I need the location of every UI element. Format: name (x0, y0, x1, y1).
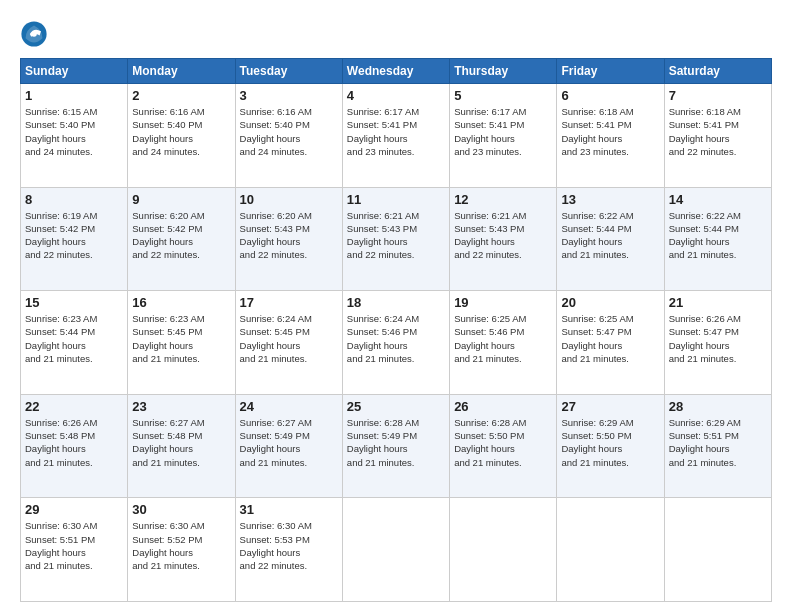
day-number: 16 (132, 295, 230, 310)
day-header-monday: Monday (128, 59, 235, 84)
day-info: Sunrise: 6:24 AMSunset: 5:45 PMDaylight … (240, 312, 338, 365)
page: SundayMondayTuesdayWednesdayThursdayFrid… (0, 0, 792, 612)
calendar-week-row: 29Sunrise: 6:30 AMSunset: 5:51 PMDayligh… (21, 498, 772, 602)
calendar-cell: 3Sunrise: 6:16 AMSunset: 5:40 PMDaylight… (235, 84, 342, 188)
calendar-cell: 25Sunrise: 6:28 AMSunset: 5:49 PMDayligh… (342, 394, 449, 498)
calendar-cell: 12Sunrise: 6:21 AMSunset: 5:43 PMDayligh… (450, 187, 557, 291)
calendar-cell: 7Sunrise: 6:18 AMSunset: 5:41 PMDaylight… (664, 84, 771, 188)
day-info: Sunrise: 6:30 AMSunset: 5:52 PMDaylight … (132, 519, 230, 572)
calendar-cell: 13Sunrise: 6:22 AMSunset: 5:44 PMDayligh… (557, 187, 664, 291)
svg-point-1 (31, 31, 37, 37)
day-info: Sunrise: 6:18 AMSunset: 5:41 PMDaylight … (561, 105, 659, 158)
day-header-saturday: Saturday (664, 59, 771, 84)
day-number: 11 (347, 192, 445, 207)
calendar-cell (450, 498, 557, 602)
calendar-cell: 14Sunrise: 6:22 AMSunset: 5:44 PMDayligh… (664, 187, 771, 291)
day-number: 12 (454, 192, 552, 207)
calendar-cell: 16Sunrise: 6:23 AMSunset: 5:45 PMDayligh… (128, 291, 235, 395)
calendar-cell: 23Sunrise: 6:27 AMSunset: 5:48 PMDayligh… (128, 394, 235, 498)
day-info: Sunrise: 6:30 AMSunset: 5:51 PMDaylight … (25, 519, 123, 572)
day-number: 4 (347, 88, 445, 103)
day-info: Sunrise: 6:18 AMSunset: 5:41 PMDaylight … (669, 105, 767, 158)
day-info: Sunrise: 6:17 AMSunset: 5:41 PMDaylight … (454, 105, 552, 158)
day-header-wednesday: Wednesday (342, 59, 449, 84)
day-number: 21 (669, 295, 767, 310)
day-info: Sunrise: 6:20 AMSunset: 5:43 PMDaylight … (240, 209, 338, 262)
day-number: 27 (561, 399, 659, 414)
calendar-cell: 4Sunrise: 6:17 AMSunset: 5:41 PMDaylight… (342, 84, 449, 188)
calendar-cell (557, 498, 664, 602)
calendar-cell: 21Sunrise: 6:26 AMSunset: 5:47 PMDayligh… (664, 291, 771, 395)
day-number: 10 (240, 192, 338, 207)
day-number: 15 (25, 295, 123, 310)
day-info: Sunrise: 6:21 AMSunset: 5:43 PMDaylight … (347, 209, 445, 262)
day-info: Sunrise: 6:26 AMSunset: 5:47 PMDaylight … (669, 312, 767, 365)
calendar-cell: 17Sunrise: 6:24 AMSunset: 5:45 PMDayligh… (235, 291, 342, 395)
day-number: 29 (25, 502, 123, 517)
calendar-cell: 29Sunrise: 6:30 AMSunset: 5:51 PMDayligh… (21, 498, 128, 602)
header (20, 16, 772, 48)
day-info: Sunrise: 6:22 AMSunset: 5:44 PMDaylight … (561, 209, 659, 262)
day-info: Sunrise: 6:16 AMSunset: 5:40 PMDaylight … (132, 105, 230, 158)
calendar-cell: 26Sunrise: 6:28 AMSunset: 5:50 PMDayligh… (450, 394, 557, 498)
day-number: 18 (347, 295, 445, 310)
day-info: Sunrise: 6:19 AMSunset: 5:42 PMDaylight … (25, 209, 123, 262)
day-number: 20 (561, 295, 659, 310)
day-info: Sunrise: 6:27 AMSunset: 5:49 PMDaylight … (240, 416, 338, 469)
day-info: Sunrise: 6:22 AMSunset: 5:44 PMDaylight … (669, 209, 767, 262)
calendar-cell: 6Sunrise: 6:18 AMSunset: 5:41 PMDaylight… (557, 84, 664, 188)
calendar-cell: 19Sunrise: 6:25 AMSunset: 5:46 PMDayligh… (450, 291, 557, 395)
calendar-cell: 18Sunrise: 6:24 AMSunset: 5:46 PMDayligh… (342, 291, 449, 395)
calendar-cell: 8Sunrise: 6:19 AMSunset: 5:42 PMDaylight… (21, 187, 128, 291)
day-info: Sunrise: 6:15 AMSunset: 5:40 PMDaylight … (25, 105, 123, 158)
day-number: 9 (132, 192, 230, 207)
day-info: Sunrise: 6:24 AMSunset: 5:46 PMDaylight … (347, 312, 445, 365)
day-info: Sunrise: 6:23 AMSunset: 5:45 PMDaylight … (132, 312, 230, 365)
day-number: 30 (132, 502, 230, 517)
calendar-header-row: SundayMondayTuesdayWednesdayThursdayFrid… (21, 59, 772, 84)
day-number: 24 (240, 399, 338, 414)
day-info: Sunrise: 6:25 AMSunset: 5:46 PMDaylight … (454, 312, 552, 365)
calendar-cell: 2Sunrise: 6:16 AMSunset: 5:40 PMDaylight… (128, 84, 235, 188)
calendar-cell: 20Sunrise: 6:25 AMSunset: 5:47 PMDayligh… (557, 291, 664, 395)
day-info: Sunrise: 6:29 AMSunset: 5:50 PMDaylight … (561, 416, 659, 469)
day-number: 25 (347, 399, 445, 414)
day-info: Sunrise: 6:25 AMSunset: 5:47 PMDaylight … (561, 312, 659, 365)
day-number: 3 (240, 88, 338, 103)
day-number: 14 (669, 192, 767, 207)
calendar-cell: 28Sunrise: 6:29 AMSunset: 5:51 PMDayligh… (664, 394, 771, 498)
day-number: 28 (669, 399, 767, 414)
calendar-week-row: 1Sunrise: 6:15 AMSunset: 5:40 PMDaylight… (21, 84, 772, 188)
calendar-cell: 30Sunrise: 6:30 AMSunset: 5:52 PMDayligh… (128, 498, 235, 602)
calendar-week-row: 15Sunrise: 6:23 AMSunset: 5:44 PMDayligh… (21, 291, 772, 395)
day-info: Sunrise: 6:26 AMSunset: 5:48 PMDaylight … (25, 416, 123, 469)
day-number: 31 (240, 502, 338, 517)
day-info: Sunrise: 6:30 AMSunset: 5:53 PMDaylight … (240, 519, 338, 572)
day-info: Sunrise: 6:28 AMSunset: 5:49 PMDaylight … (347, 416, 445, 469)
day-info: Sunrise: 6:17 AMSunset: 5:41 PMDaylight … (347, 105, 445, 158)
calendar-cell: 9Sunrise: 6:20 AMSunset: 5:42 PMDaylight… (128, 187, 235, 291)
day-info: Sunrise: 6:23 AMSunset: 5:44 PMDaylight … (25, 312, 123, 365)
calendar-cell: 24Sunrise: 6:27 AMSunset: 5:49 PMDayligh… (235, 394, 342, 498)
calendar-cell: 10Sunrise: 6:20 AMSunset: 5:43 PMDayligh… (235, 187, 342, 291)
calendar-week-row: 8Sunrise: 6:19 AMSunset: 5:42 PMDaylight… (21, 187, 772, 291)
day-number: 26 (454, 399, 552, 414)
day-number: 17 (240, 295, 338, 310)
day-info: Sunrise: 6:29 AMSunset: 5:51 PMDaylight … (669, 416, 767, 469)
day-header-sunday: Sunday (21, 59, 128, 84)
day-info: Sunrise: 6:20 AMSunset: 5:42 PMDaylight … (132, 209, 230, 262)
day-number: 1 (25, 88, 123, 103)
calendar-cell: 11Sunrise: 6:21 AMSunset: 5:43 PMDayligh… (342, 187, 449, 291)
day-info: Sunrise: 6:28 AMSunset: 5:50 PMDaylight … (454, 416, 552, 469)
day-header-tuesday: Tuesday (235, 59, 342, 84)
day-info: Sunrise: 6:21 AMSunset: 5:43 PMDaylight … (454, 209, 552, 262)
calendar-cell: 1Sunrise: 6:15 AMSunset: 5:40 PMDaylight… (21, 84, 128, 188)
logo (20, 20, 52, 48)
day-header-friday: Friday (557, 59, 664, 84)
logo-icon (20, 20, 48, 48)
day-header-thursday: Thursday (450, 59, 557, 84)
calendar-cell: 15Sunrise: 6:23 AMSunset: 5:44 PMDayligh… (21, 291, 128, 395)
calendar-cell (342, 498, 449, 602)
calendar-cell: 27Sunrise: 6:29 AMSunset: 5:50 PMDayligh… (557, 394, 664, 498)
calendar-week-row: 22Sunrise: 6:26 AMSunset: 5:48 PMDayligh… (21, 394, 772, 498)
